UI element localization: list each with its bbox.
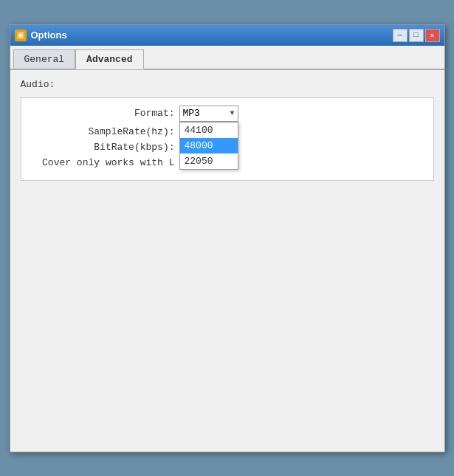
- audio-section-label: Audio:: [21, 79, 434, 90]
- window-controls: — □ ✕: [393, 29, 440, 42]
- format-dropdown[interactable]: 44100 48000 22050: [179, 122, 238, 170]
- format-row: Format: MP3 ▼ 44100 48000: [32, 106, 423, 122]
- tab-general[interactable]: General: [13, 49, 76, 69]
- options-window: Options — □ ✕ General Advanced Audio: Fo…: [10, 24, 445, 452]
- title-bar: Options — □ ✕: [10, 25, 444, 46]
- svg-point-1: [18, 33, 23, 38]
- samplerate-label: SampleRate(hz):: [32, 126, 179, 137]
- app-icon: [15, 30, 27, 41]
- format-label: Format:: [32, 108, 179, 119]
- dropdown-item-22050[interactable]: 22050: [180, 154, 238, 169]
- content-area: Audio: Format: MP3 ▼ 44100: [10, 70, 444, 452]
- maximize-button[interactable]: □: [409, 29, 424, 42]
- title-bar-left: Options: [15, 30, 67, 41]
- bitrate-label: BitRate(kbps):: [32, 142, 179, 153]
- tab-bar: General Advanced: [10, 46, 444, 70]
- cover-note-label: Cover only works with L: [32, 157, 179, 168]
- format-control[interactable]: MP3 ▼ 44100 48000 22050: [179, 106, 238, 122]
- format-value: MP3: [183, 108, 200, 119]
- tab-advanced[interactable]: Advanced: [75, 49, 143, 69]
- close-button[interactable]: ✕: [425, 29, 440, 42]
- window-title: Options: [31, 30, 67, 41]
- minimize-button[interactable]: —: [393, 29, 407, 42]
- format-select[interactable]: MP3 ▼: [179, 106, 238, 122]
- dropdown-item-44100[interactable]: 44100: [180, 123, 238, 138]
- dropdown-arrow-icon: ▼: [230, 109, 234, 117]
- dropdown-item-48000[interactable]: 48000: [180, 138, 238, 154]
- fields-box: Format: MP3 ▼ 44100 48000: [21, 97, 434, 181]
